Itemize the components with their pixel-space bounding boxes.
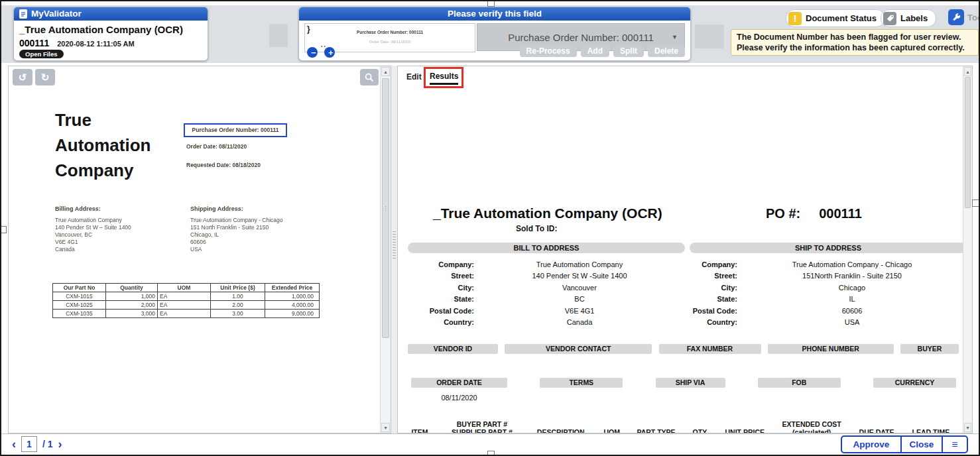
table-header-row: Our Part No Quantity UOM Unit Price ($) … bbox=[53, 284, 320, 292]
validator-card: MyValidator _True Automation Company (OC… bbox=[13, 7, 208, 61]
scrollbar-down-arrow[interactable]: ▾ bbox=[381, 423, 390, 432]
open-files-button[interactable]: Open Files bbox=[19, 50, 64, 58]
page-next-button[interactable]: › bbox=[58, 437, 62, 451]
address-label: Country: bbox=[690, 318, 737, 326]
order-header-bar: FOB bbox=[758, 378, 841, 388]
address-row: City:Vancouver bbox=[408, 282, 685, 294]
table-row: CXM-1035 3,000 EA 3.00 9,000.00 bbox=[53, 310, 320, 318]
cell-part-no: CXM-1025 bbox=[53, 301, 106, 310]
line-item-header: ITEM bbox=[408, 420, 432, 433]
resize-handle-right[interactable] bbox=[972, 200, 979, 207]
scrollbar-up-arrow[interactable]: ▴ bbox=[964, 67, 971, 76]
address-value: 140 Pender St W -Suite 1400 bbox=[474, 272, 685, 280]
vendor-header-bar: BUYER bbox=[900, 344, 959, 354]
line-items-table: Our Part No Quantity UOM Unit Price ($) … bbox=[52, 283, 320, 318]
labels-button[interactable]: Labels bbox=[881, 9, 936, 27]
results-scrollbar[interactable]: ▴ ▾ bbox=[963, 66, 972, 433]
add-button[interactable]: Add bbox=[581, 46, 609, 57]
address-value: True Automation Company - Chicago bbox=[737, 260, 967, 268]
scan-company-line: True bbox=[55, 107, 151, 133]
document-status-button[interactable]: ! Document Status bbox=[786, 9, 885, 27]
tools-button[interactable]: Tools bbox=[948, 9, 980, 25]
address-label: Street: bbox=[408, 272, 474, 280]
address-row: Postal Code:V6E 4G1 bbox=[408, 305, 685, 317]
nav-left-placeholder bbox=[269, 24, 288, 47]
cell-extended: 9,000.00 bbox=[265, 310, 320, 318]
results-panel: Edit Results _True Automation Company (O… bbox=[397, 66, 973, 433]
resize-handle-left[interactable] bbox=[0, 226, 7, 233]
resize-handle-top[interactable] bbox=[487, 0, 495, 7]
line-item-header-row: ITEM BUYER PART #SUPPLIER PART # DESCRIP… bbox=[408, 420, 953, 433]
scrollbar-thumb[interactable] bbox=[382, 78, 389, 338]
order-header-bar: ORDER DATE bbox=[411, 378, 507, 388]
wrench-icon bbox=[948, 9, 964, 25]
address-label: State: bbox=[690, 295, 737, 303]
po-number-value: 000111 bbox=[819, 206, 862, 221]
panel-splitter[interactable] bbox=[391, 66, 397, 433]
vendor-header-bar: VENDOR ID bbox=[408, 344, 498, 354]
vendor-header-row: VENDOR ID VENDOR CONTACT FAX NUMBER PHON… bbox=[408, 344, 959, 354]
results-highlight-box bbox=[424, 67, 463, 88]
zoom-out-button[interactable]: − bbox=[307, 47, 318, 58]
page-prev-button[interactable]: ‹ bbox=[12, 437, 16, 451]
zoom-in-button[interactable]: + bbox=[324, 47, 335, 58]
address-label: State: bbox=[408, 295, 474, 303]
address-label: Postal Code: bbox=[408, 307, 474, 315]
scan-order-date: Order Date: 08/11/2020 bbox=[186, 143, 247, 150]
pager: ‹ 1 / 1 › bbox=[12, 436, 62, 452]
billing-address-line: V6E 4G1 bbox=[55, 239, 131, 246]
scan-po-field[interactable]: Purchase Order Number: 000111 bbox=[184, 123, 287, 137]
menu-icon: ≡ bbox=[951, 439, 957, 451]
tools-label: Tools bbox=[967, 13, 980, 23]
cell-uom: EA bbox=[158, 310, 211, 318]
address-label: City: bbox=[690, 284, 737, 292]
bill-to-header: BILL TO ADDRESS bbox=[408, 243, 685, 253]
verify-panel-title: Please verify this field bbox=[299, 7, 690, 21]
address-value: Chicago bbox=[737, 284, 967, 292]
col-header: Our Part No bbox=[53, 284, 106, 292]
scrollbar-down-arrow[interactable]: ▾ bbox=[964, 423, 971, 432]
bill-to-block: Company:True Automation Company Street:1… bbox=[408, 258, 685, 328]
header-bottom: LEAD TIME bbox=[909, 428, 953, 433]
viewer-scrollbar[interactable]: ▴ ▾ bbox=[380, 66, 391, 433]
billing-address-line: 140 Pender St W – Suite 1400 bbox=[55, 224, 131, 231]
split-button[interactable]: Split bbox=[613, 46, 644, 57]
scrollbar-thumb[interactable] bbox=[965, 77, 971, 208]
scanned-document: True Automation Company Purchase Order N… bbox=[9, 66, 379, 433]
ship-to-header: SHIP TO ADDRESS bbox=[690, 243, 967, 253]
address-value: Canada bbox=[474, 318, 685, 326]
menu-button[interactable]: ≡ bbox=[942, 435, 968, 453]
document-viewer-panel: ↺ ↻ True Automation Company Purchase Ord… bbox=[8, 66, 391, 433]
reprocess-button[interactable]: Re-Process bbox=[520, 46, 577, 57]
labels-label: Labels bbox=[900, 13, 928, 23]
document-meta: 000111 2020-08-12 1:11:05 AM bbox=[19, 38, 135, 48]
address-label: Country: bbox=[408, 318, 474, 326]
header-bottom: DUE DATE bbox=[855, 428, 898, 433]
col-header: UOM bbox=[158, 284, 211, 292]
notification-line2: Please verify the information has been c… bbox=[737, 42, 973, 53]
tab-edit[interactable]: Edit bbox=[406, 72, 422, 82]
scrollbar-up-arrow[interactable]: ▴ bbox=[381, 67, 390, 76]
document-name: _True Automation Company (OCR) bbox=[19, 24, 183, 35]
delete-button[interactable]: Delete bbox=[648, 46, 685, 57]
table-row: CXM-1015 1,000 EA 1.00 1,000.00 bbox=[53, 292, 320, 301]
address-value: 151North Franklin - Suite 2150 bbox=[737, 272, 967, 280]
approve-button[interactable]: Approve bbox=[841, 435, 902, 453]
header-top: BUYER PART # bbox=[443, 420, 521, 428]
line-item-header: DUE DATE bbox=[855, 420, 898, 433]
address-row: Company:True Automation Company - Chicag… bbox=[690, 258, 967, 270]
document-number: 000111 bbox=[19, 38, 49, 48]
vendor-header-bar: PHONE NUMBER bbox=[768, 344, 894, 354]
result-doc-title: _True Automation Company (OCR) bbox=[433, 205, 662, 221]
address-label: City: bbox=[408, 284, 474, 292]
resize-handle-bottom[interactable] bbox=[487, 451, 495, 456]
line-item-header: DESCRIPTION bbox=[532, 420, 589, 433]
shipping-address-line: Chicago, IL bbox=[190, 231, 283, 239]
shipping-address-heading: Shipping Address: bbox=[190, 205, 243, 212]
address-value: USA bbox=[737, 318, 967, 326]
header-bottom: SUPPLIER PART # bbox=[443, 428, 521, 433]
address-value: 60606 bbox=[737, 307, 967, 315]
close-button[interactable]: Close bbox=[900, 435, 943, 453]
page-number-box[interactable]: 1 bbox=[21, 436, 37, 452]
alert-icon: ! bbox=[788, 12, 802, 25]
